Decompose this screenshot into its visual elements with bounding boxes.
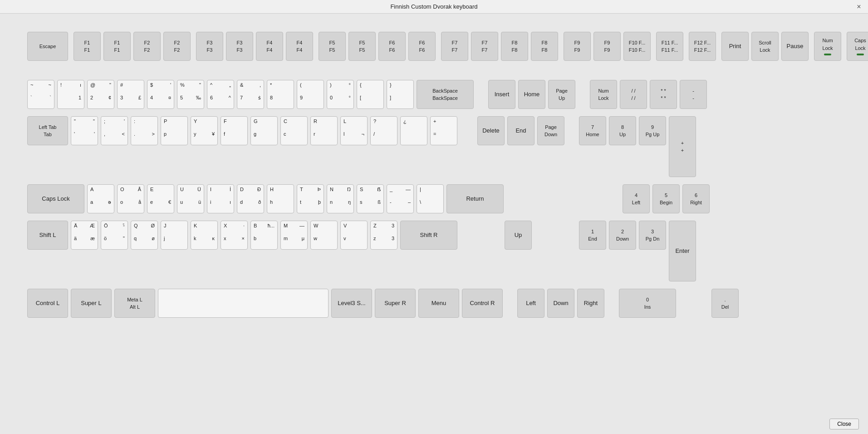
key-control-l[interactable]: Control L (27, 289, 68, 318)
key-enter-top[interactable]: | \ (417, 184, 444, 213)
key-numpad-minus-1[interactable]: -- (680, 80, 707, 109)
key-super-r[interactable]: Super R (375, 289, 416, 318)
key-numpad-5[interactable]: 5Begin (652, 184, 680, 213)
key-v[interactable]: J j (161, 221, 188, 250)
key-t[interactable]: Y y¥ (191, 116, 218, 145)
key-numpad-2[interactable]: 2Down (609, 221, 636, 250)
key-numpad-8[interactable]: 8Up (609, 116, 636, 145)
key-9[interactable]: ( 9 (297, 80, 324, 109)
close-button[interactable]: Close (829, 419, 859, 429)
key-caps-lock-indicator[interactable]: CapsLock (847, 32, 868, 61)
key-f7-1[interactable]: F7F7 (441, 32, 468, 61)
key-rshift-z[interactable]: Z3 z3 (370, 221, 397, 250)
key-meta-l[interactable]: Meta LAlt L (114, 289, 155, 318)
key-numpad-del[interactable]: .Del (711, 289, 739, 318)
key-numpad-4[interactable]: 4Left (623, 184, 650, 213)
key-numpad-slash-1[interactable]: / // / (620, 80, 647, 109)
key-4[interactable]: $' 4¤ (147, 80, 174, 109)
key-print[interactable]: Print (721, 32, 749, 61)
key-l[interactable]: NŊ nŋ (327, 184, 354, 213)
key-page-down[interactable]: PageDown (537, 116, 564, 145)
key-space[interactable] (158, 289, 329, 318)
key-numpad-0[interactable]: 0Ins (619, 289, 676, 318)
key-end[interactable]: End (507, 116, 535, 145)
key-a[interactable]: A aə (87, 184, 114, 213)
key-semi[interactable]: Sẞ sß (357, 184, 384, 213)
key-f12-1[interactable]: F12 F...F12 F... (689, 32, 716, 61)
key-g[interactable]: Iİ iı (207, 184, 234, 213)
key-f[interactable]: UÜ uü (177, 184, 204, 213)
key-f1-1[interactable]: F1F1 (74, 32, 101, 61)
key-5[interactable]: %" 5‰ (177, 80, 204, 109)
key-f7-2[interactable]: F7F7 (471, 32, 498, 61)
key-down[interactable]: Down (547, 289, 574, 318)
key-slash[interactable]: V v (340, 221, 368, 250)
key-f9-1[interactable]: F9F9 (564, 32, 591, 61)
key-6[interactable]: ^„ 6^ (207, 80, 234, 109)
key-f4-1[interactable]: F4F4 (256, 32, 283, 61)
key-j[interactable]: H h (267, 184, 294, 213)
key-f2-1[interactable]: F2F2 (133, 32, 161, 61)
key-menu[interactable]: Menu (418, 289, 459, 318)
key-numpad-3[interactable]: 3Pg Dn (639, 221, 666, 250)
key-f5-2[interactable]: F5F5 (348, 32, 376, 61)
key-f10-1[interactable]: F10 F...F10 F... (623, 32, 651, 61)
key-tilde[interactable]: ~~ `` (27, 80, 54, 109)
key-0[interactable]: )° 0° (327, 80, 354, 109)
key-x[interactable]: Ö-̄ ö" (101, 221, 128, 250)
key-numpad-star-1[interactable]: * ** * (650, 80, 677, 109)
key-s[interactable]: OÅ oå (117, 184, 144, 213)
key-f4-2[interactable]: F4F4 (286, 32, 313, 61)
key-m[interactable]: Bħ... b (250, 221, 278, 250)
key-left[interactable]: Left (517, 289, 544, 318)
key-w[interactable]: ;' ,< (101, 116, 128, 145)
key-o[interactable]: R r (310, 116, 338, 145)
key-backslash[interactable]: + = (430, 116, 457, 145)
key-f8-2[interactable]: F8F8 (531, 32, 558, 61)
key-shift-l[interactable]: Shift L (27, 221, 68, 250)
key-f9-2[interactable]: F9F9 (593, 32, 621, 61)
key-num-lock-indicator[interactable]: NumLock (814, 32, 841, 61)
key-2[interactable]: @" 2¢ (87, 80, 114, 109)
key-p[interactable]: L l¬ (340, 116, 368, 145)
key-3[interactable]: # 3£ (117, 80, 144, 109)
key-f5-1[interactable]: F5F5 (319, 32, 346, 61)
key-numpad-plus[interactable]: ++ (669, 116, 696, 177)
key-caps-lock[interactable]: Caps Lock (27, 184, 84, 213)
key-f3-2[interactable]: F3F3 (226, 32, 253, 61)
key-escape[interactable]: Escape (27, 32, 68, 61)
key-numpad-7[interactable]: 7Home (579, 116, 606, 145)
key-k[interactable]: TÞ tþ (297, 184, 324, 213)
key-level3[interactable]: Level3 S... (331, 289, 372, 318)
key-y[interactable]: F f (221, 116, 248, 145)
key-rbracket[interactable]: ¿ (400, 116, 427, 145)
key-tab[interactable]: Left TabTab (27, 116, 68, 145)
key-numpad-enter[interactable]: Enter (669, 221, 696, 281)
key-f3-1[interactable]: F3F3 (196, 32, 223, 61)
key-d[interactable]: E e€ (147, 184, 174, 213)
key-c[interactable]: QØ qø (131, 221, 158, 250)
key-f1-2[interactable]: F1F1 (103, 32, 131, 61)
key-u[interactable]: G g (250, 116, 278, 145)
window-close-button[interactable]: × (854, 2, 863, 11)
key-b-shift[interactable]: K kĸ (191, 221, 218, 250)
key-shift-r[interactable]: Shift R (400, 221, 457, 250)
key-quote[interactable]: _— -– (387, 184, 414, 213)
key-period[interactable]: W w (310, 221, 338, 250)
key-h[interactable]: DÐ dð (237, 184, 264, 213)
key-home[interactable]: Home (518, 80, 545, 109)
key-scroll-lock[interactable]: ScrollLock (751, 32, 779, 61)
key-control-r[interactable]: Control R (462, 289, 503, 318)
key-n[interactable]: X· x× (221, 221, 248, 250)
key-f11-1[interactable]: F11 F...F11 F... (656, 32, 683, 61)
key-return[interactable]: Return (446, 184, 504, 213)
key-numlock[interactable]: NumLock (590, 80, 617, 109)
key-super-l[interactable]: Super L (71, 289, 112, 318)
key-numpad-1[interactable]: 1End (579, 221, 606, 250)
key-pause[interactable]: Pause (781, 32, 809, 61)
key-lbrace[interactable]: { [ (357, 80, 384, 109)
key-i[interactable]: C c (280, 116, 308, 145)
key-comma[interactable]: M— mμ (280, 221, 308, 250)
key-1[interactable]: !ı 1 (57, 80, 84, 109)
key-7[interactable]: &, 7ṡ (237, 80, 264, 109)
